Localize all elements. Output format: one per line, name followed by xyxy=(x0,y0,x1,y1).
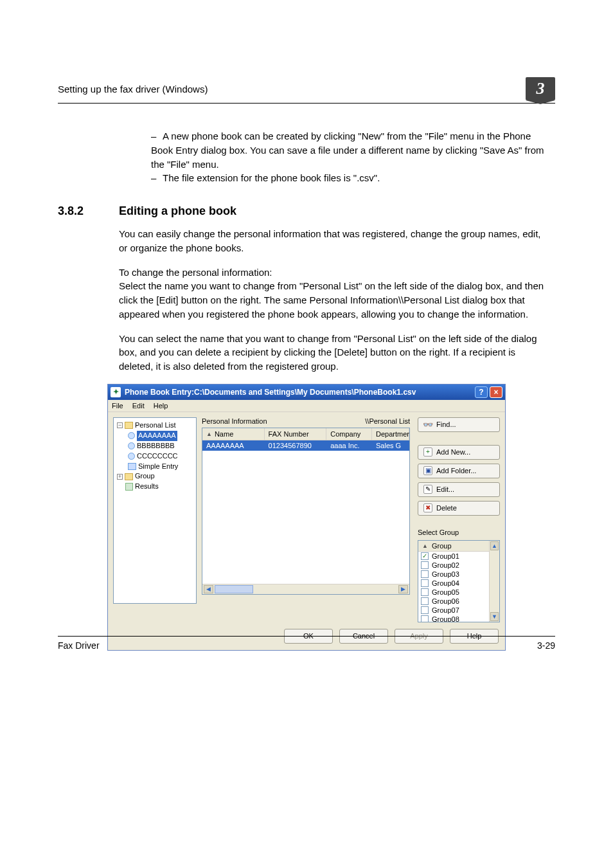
folder-icon xyxy=(128,463,136,470)
list-header[interactable]: ▲ Name FAX Number Company Departmer xyxy=(202,428,409,440)
delete-icon: ✖ xyxy=(423,503,432,512)
menu-edit[interactable]: Edit xyxy=(132,402,145,410)
person-icon xyxy=(128,432,135,439)
add-new-button[interactable]: + Add New... xyxy=(418,445,500,460)
find-button[interactable]: 👓 Find... xyxy=(418,417,500,432)
checkbox[interactable] xyxy=(421,597,429,605)
checkbox[interactable] xyxy=(421,606,429,614)
note-list: –A new phone book can be created by clic… xyxy=(151,129,549,185)
checkbox[interactable]: ✓ xyxy=(421,552,429,560)
group-item[interactable]: Group03 xyxy=(418,570,499,579)
group-item[interactable]: Group07 xyxy=(418,606,499,615)
scroll-up-icon[interactable]: ▲ xyxy=(490,541,499,550)
tree-entry-bbb[interactable]: BBBBBBBB xyxy=(115,441,195,451)
scroll-down-icon[interactable]: ▼ xyxy=(490,612,499,621)
tree-personal-list[interactable]: − Personal List xyxy=(115,420,195,431)
window-title: Phone Book Entry:C:\Documents and Settin… xyxy=(125,388,416,397)
checkbox[interactable] xyxy=(421,579,429,587)
tree-group[interactable]: + Group xyxy=(115,471,195,482)
paragraph-1: You can easily change the personal infor… xyxy=(119,227,549,255)
screenshot-phone-book-entry: ✦ Phone Book Entry:C:\Documents and Sett… xyxy=(107,384,506,651)
sort-ascending-icon: ▲ xyxy=(422,543,428,549)
group-item-label: Group08 xyxy=(432,615,459,622)
menu-bar[interactable]: File Edit Help xyxy=(108,400,505,412)
group-item[interactable]: Group02 xyxy=(418,561,499,570)
window-titlebar[interactable]: ✦ Phone Book Entry:C:\Documents and Sett… xyxy=(108,384,505,400)
checkbox[interactable] xyxy=(421,570,429,578)
checkbox[interactable] xyxy=(421,588,429,596)
section-heading: 3.8.2 Editing a phone book xyxy=(58,204,555,218)
paragraph-2: To change the personal information: Sele… xyxy=(119,266,549,321)
collapse-icon[interactable]: − xyxy=(117,422,123,428)
tree-entry-ccc[interactable]: CCCCCCCC xyxy=(115,451,195,462)
footer-right: 3-29 xyxy=(537,640,555,651)
folder-icon xyxy=(125,422,133,429)
list-row-selected[interactable]: AAAAAAAA 01234567890 aaaa Inc. Sales G xyxy=(202,440,409,451)
group-item-label: Group05 xyxy=(432,588,459,596)
label-select-group: Select Group xyxy=(418,529,500,536)
checkbox[interactable] xyxy=(421,561,429,569)
add-folder-button[interactable]: ▣ Add Folder... xyxy=(418,464,500,478)
group-item-label: Group03 xyxy=(432,570,459,578)
add-folder-icon: ▣ xyxy=(423,466,432,475)
horizontal-scrollbar[interactable]: ◀ ▶ xyxy=(202,584,409,594)
group-item[interactable]: Group05 xyxy=(418,588,499,597)
group-item-label: Group01 xyxy=(432,552,459,560)
section-number: 3.8.2 xyxy=(58,204,119,218)
binoculars-icon: 👓 xyxy=(423,420,432,429)
group-item-label: Group06 xyxy=(432,597,459,605)
vertical-scrollbar[interactable]: ▲ ▼ xyxy=(489,541,499,622)
add-new-icon: + xyxy=(423,448,432,457)
note-1: A new phone book can be created by click… xyxy=(151,131,544,170)
checkbox[interactable] xyxy=(421,615,429,622)
menu-file[interactable]: File xyxy=(112,402,123,410)
scroll-left-icon[interactable]: ◀ xyxy=(204,585,213,593)
edit-icon: ✎ xyxy=(423,485,432,494)
group-item[interactable]: Group04 xyxy=(418,579,499,588)
menu-help[interactable]: Help xyxy=(154,402,168,410)
results-icon xyxy=(125,483,133,491)
section-title: Editing a phone book xyxy=(119,204,236,218)
footer-left: Fax Driver xyxy=(58,640,100,651)
tree-results[interactable]: Results xyxy=(115,482,195,492)
close-window-button[interactable]: × xyxy=(490,386,502,398)
running-header: Setting up the fax driver (Windows) xyxy=(58,84,208,95)
group-item-label: Group07 xyxy=(432,606,459,614)
chapter-number-badge: 3 xyxy=(526,77,555,100)
app-icon: ✦ xyxy=(111,387,121,397)
group-list[interactable]: ▲ Group ✓Group01Group02Group03Group04Gro… xyxy=(418,540,500,622)
label-personal-list-path: \\Personal List xyxy=(365,417,410,425)
note-2: The file extension for the phone book fi… xyxy=(163,172,380,183)
paragraph-3: You can select the name that you want to… xyxy=(119,332,549,374)
edit-button[interactable]: ✎ Edit... xyxy=(418,482,500,497)
tree-simple-entry[interactable]: Simple Entry xyxy=(115,462,195,472)
help-window-button[interactable]: ? xyxy=(475,386,488,398)
group-item[interactable]: ✓Group01 xyxy=(418,552,499,561)
group-item-label: Group02 xyxy=(432,561,459,569)
sort-ascending-icon: ▲ xyxy=(206,431,212,437)
person-icon xyxy=(128,453,135,460)
group-item-label: Group04 xyxy=(432,579,459,587)
label-personal-info: Personal Information xyxy=(202,417,267,425)
group-item[interactable]: Group08 xyxy=(418,615,499,622)
scroll-right-icon[interactable]: ▶ xyxy=(398,585,408,593)
tree-view[interactable]: − Personal List AAAAAAAA BBBBBBBB CCCCCC… xyxy=(113,417,197,604)
list-view[interactable]: ▲ Name FAX Number Company Departmer AAAA… xyxy=(202,428,410,595)
tree-entry-aaa[interactable]: AAAAAAAA xyxy=(115,431,195,441)
expand-icon[interactable]: + xyxy=(117,474,123,480)
folder-icon xyxy=(125,473,133,480)
delete-button[interactable]: ✖ Delete xyxy=(418,501,500,516)
scroll-thumb[interactable] xyxy=(215,585,253,593)
group-item[interactable]: Group06 xyxy=(418,597,499,606)
person-icon xyxy=(128,442,135,449)
